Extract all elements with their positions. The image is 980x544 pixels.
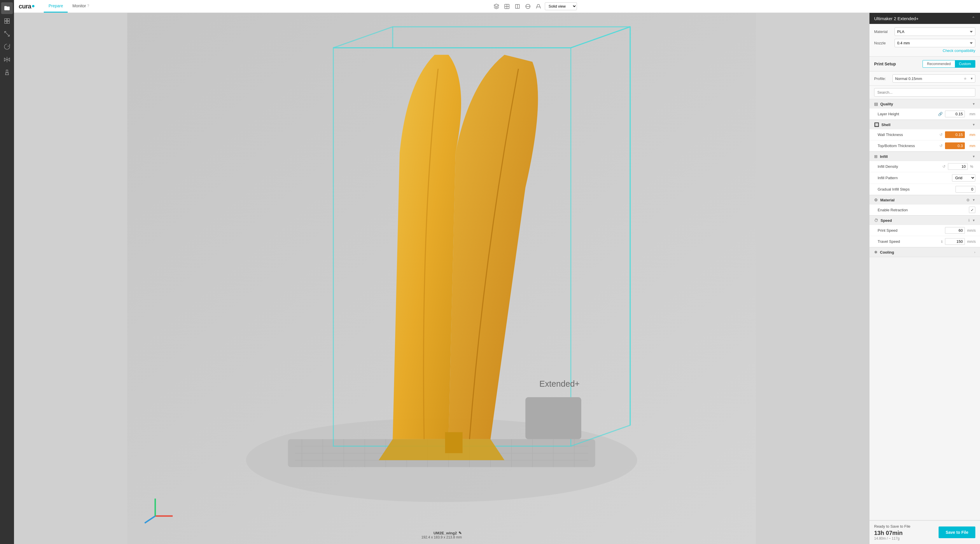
material-label: Material xyxy=(874,29,894,34)
infill-density-input[interactable] xyxy=(948,163,968,170)
section-material: ⚙ Material ⚙ ▼ Enable Retraction ✓ xyxy=(869,195,980,216)
profile-label: Profile: xyxy=(874,77,890,81)
section-speed-header[interactable]: ⏱ Speed ℹ ▼ xyxy=(869,216,980,225)
layer-height-unit: mm xyxy=(967,112,975,116)
tab-custom[interactable]: Custom xyxy=(955,61,975,67)
sidebar-item-support[interactable] xyxy=(1,67,13,78)
topbar-center: Solid view X-Ray view Layers view xyxy=(94,2,975,11)
search-input[interactable] xyxy=(874,88,975,97)
sidebar-item-scale[interactable] xyxy=(1,28,13,40)
infill-pattern-select[interactable]: Grid Lines Triangles xyxy=(952,174,975,182)
section-infill-header[interactable]: ⊞ Infill ▼ xyxy=(869,152,980,161)
section-shell-header[interactable]: 🔲 Shell ▼ xyxy=(869,120,980,129)
3d-model-canvas[interactable]: Extended+ xyxy=(14,13,869,544)
shell-icon: 🔲 xyxy=(874,122,879,127)
check-compat-link[interactable]: Check compatibility xyxy=(943,48,975,53)
svg-text:Extended+: Extended+ xyxy=(539,379,579,388)
print-setup-tabs: Recommended Custom xyxy=(923,60,975,68)
speed-info-icon[interactable]: ℹ xyxy=(968,218,970,222)
infill-chevron[interactable]: ▼ xyxy=(972,155,975,158)
section-infill: ⊞ Infill ▼ Infill Density ↺ % Infill Pat… xyxy=(869,152,980,195)
material-nozzle-section: Material PLA ABS PETG Nozzle 0.4 mm 0.25… xyxy=(869,24,980,57)
layer-height-link[interactable]: 🔗 xyxy=(938,112,943,116)
profile-star-icon[interactable]: ★ xyxy=(962,75,968,82)
panel-spacer xyxy=(869,257,980,520)
print-speed-input[interactable] xyxy=(945,227,965,234)
section-material-header[interactable]: ⚙ Material ⚙ ▼ xyxy=(869,195,980,204)
material-gear-icon[interactable]: ⚙ xyxy=(966,198,970,202)
material-estimate: 14.80m / ~ 117g xyxy=(874,536,910,541)
svg-rect-37 xyxy=(445,432,463,453)
save-info: Ready to Save to File 13h 07min 14.80m /… xyxy=(874,524,910,541)
nozzle-select[interactable]: 0.4 mm 0.25 mm 0.8 mm xyxy=(894,39,975,47)
shell-title: Shell xyxy=(881,123,970,127)
help-icon[interactable]: ? xyxy=(87,4,89,8)
gradual-infill-row: Gradual Infill Steps xyxy=(869,184,980,195)
view-icon-cube[interactable] xyxy=(492,2,501,11)
svg-marker-6 xyxy=(8,58,10,61)
topbottom-thickness-reset[interactable]: ↺ xyxy=(939,144,943,148)
topbottom-thickness-row: Top/Bottom Thickness ↺ mm xyxy=(869,140,980,152)
viewport: Extended+ UM2E_wing2 ✎ 192.4 x 183.9 x 2… xyxy=(14,13,869,544)
material-row: Material PLA ABS PETG xyxy=(874,27,975,36)
print-speed-row: Print Speed mm/s xyxy=(869,225,980,236)
svg-marker-5 xyxy=(5,58,6,61)
wall-thickness-row: Wall Thickness ↺ mm xyxy=(869,129,980,140)
view-icon-perspective[interactable] xyxy=(535,2,542,11)
wall-thickness-input[interactable] xyxy=(945,131,965,138)
section-quality-header[interactable]: ▤ Quality ▼ xyxy=(869,99,980,108)
quality-chevron[interactable]: ▼ xyxy=(972,102,975,106)
file-name: UM2E_wing2 xyxy=(433,531,457,535)
print-speed-label: Print Speed xyxy=(878,228,943,233)
sidebar-item-rotate[interactable] xyxy=(1,41,13,53)
topbottom-thickness-input[interactable] xyxy=(945,142,965,149)
view-mode-select[interactable]: Solid view X-Ray view Layers view xyxy=(545,2,577,10)
cooling-icon: ❄ xyxy=(874,250,878,255)
section-quality: ▤ Quality ▼ Layer Height 🔗 mm xyxy=(869,99,980,120)
logo-text: cura xyxy=(19,3,31,10)
print-speed-unit: mm/s xyxy=(967,228,975,233)
profile-value: Normal 0.15mm xyxy=(893,75,962,82)
sidebar-item-objects[interactable] xyxy=(1,15,13,27)
search-row xyxy=(869,86,980,99)
save-to-file-button[interactable]: Save to File xyxy=(939,526,975,538)
enable-retraction-row: Enable Retraction ✓ xyxy=(869,204,980,215)
tab-monitor[interactable]: Monitor ? xyxy=(68,0,94,13)
cooling-chevron[interactable]: › xyxy=(974,250,975,254)
material-select[interactable]: PLA ABS PETG xyxy=(894,27,975,36)
infill-density-row: Infill Density ↺ % xyxy=(869,161,980,172)
infill-density-unit: % xyxy=(970,164,975,169)
topbottom-thickness-unit: mm xyxy=(967,144,975,148)
svg-rect-1 xyxy=(7,19,10,21)
profile-select[interactable]: Normal 0.15mm ★ ▼ xyxy=(892,74,975,83)
sidebar-item-mirror[interactable] xyxy=(1,54,13,65)
view-icon-top[interactable] xyxy=(524,2,532,11)
view-icon-side[interactable] xyxy=(513,2,522,11)
speed-icon: ⏱ xyxy=(874,218,878,223)
panel-chevron[interactable]: ⌃ xyxy=(972,16,975,21)
tab-recommended[interactable]: Recommended xyxy=(923,61,955,67)
speed-chevron[interactable]: ▼ xyxy=(972,219,975,222)
enable-retraction-checkbox[interactable]: ✓ xyxy=(969,207,975,213)
section-speed: ⏱ Speed ℹ ▼ Print Speed mm/s Travel Spee… xyxy=(869,216,980,247)
checkbox-check-icon: ✓ xyxy=(970,208,974,212)
travel-speed-info-icon[interactable]: ℹ xyxy=(941,239,943,244)
print-setup-header: Print Setup Recommended Custom xyxy=(869,57,980,72)
infill-density-reset[interactable]: ↺ xyxy=(942,164,946,169)
tab-prepare[interactable]: Prepare xyxy=(44,0,68,13)
gradual-infill-input[interactable] xyxy=(956,186,975,193)
material-chevron[interactable]: ▼ xyxy=(972,198,975,202)
layer-height-row: Layer Height 🔗 mm xyxy=(869,108,980,120)
infill-icon: ⊞ xyxy=(874,154,878,159)
layer-height-input[interactable] xyxy=(945,111,965,117)
shell-chevron[interactable]: ▼ xyxy=(972,123,975,126)
profile-chevron-icon[interactable]: ▼ xyxy=(968,75,975,82)
sidebar-item-folder[interactable] xyxy=(1,2,13,14)
edit-icon[interactable]: ✎ xyxy=(458,531,462,535)
svg-rect-38 xyxy=(525,397,581,439)
wall-thickness-reset[interactable]: ↺ xyxy=(939,132,943,137)
travel-speed-input[interactable] xyxy=(945,238,965,245)
time-estimate: 13h 07min xyxy=(874,530,910,536)
view-icon-front[interactable] xyxy=(503,2,511,11)
section-cooling-header[interactable]: ❄ Cooling › xyxy=(869,247,980,257)
